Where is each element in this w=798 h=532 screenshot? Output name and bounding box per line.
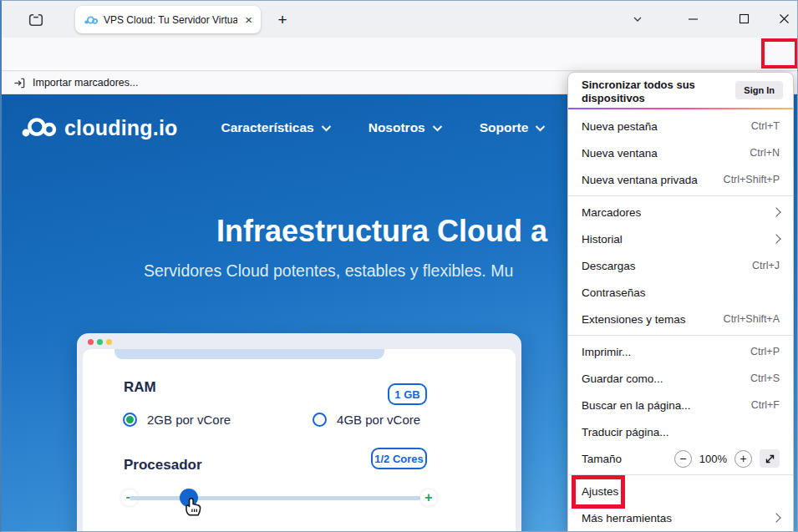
menu-item-label: Tamaño — [582, 453, 622, 465]
navigation-toolbar: clouding.io Sign in — [2, 38, 797, 71]
ram-section-label: RAM — [124, 379, 156, 396]
menu-item-extensiones-y-temas[interactable]: Extensiones y temas Ctrl+Shift+A — [568, 306, 793, 332]
clouding-logo-icon — [20, 115, 57, 140]
menu-item-shortcut: Ctrl+T — [751, 120, 780, 132]
radio-selected-icon — [123, 413, 137, 427]
menu-item-marcadores[interactable]: Marcadores — [568, 199, 793, 225]
hand-cursor-icon — [182, 494, 204, 517]
window-minimize-button[interactable] — [674, 1, 711, 36]
tab-title: VPS Cloud: Tu Servidor Virtual e — [104, 14, 237, 26]
nav-item-nosotros[interactable]: Nosotros — [369, 120, 443, 135]
nav-label: Nosotros — [369, 120, 425, 135]
ram-value-badge: 1 GB — [388, 383, 427, 405]
menu-item-descargas[interactable]: Descargas Ctrl+J — [568, 252, 793, 279]
site-logo[interactable]: clouding.io — [20, 115, 178, 140]
browser-window: VPS Cloud: Tu Servidor Virtual e × + — [0, 0, 798, 532]
firefox-view-icon[interactable] — [23, 8, 48, 32]
new-tab-button[interactable]: + — [271, 8, 294, 32]
import-bookmarks-button[interactable]: Importar marcadores... — [33, 77, 138, 89]
window-close-button[interactable] — [765, 1, 798, 36]
menu-item-label: Buscar en la página... — [582, 399, 691, 412]
menu-item-label: Nueva ventana privada — [582, 174, 698, 186]
nav-item-soporte[interactable]: Soporte — [480, 120, 546, 135]
menu-divider — [568, 195, 793, 196]
browser-tab[interactable]: VPS Cloud: Tu Servidor Virtual e × — [75, 6, 261, 33]
chevron-down-icon — [535, 124, 546, 132]
menu-item-imprimir[interactable]: Imprimir... Ctrl+P — [568, 338, 793, 365]
chevron-down-icon — [321, 124, 332, 132]
menu-item-shortcut: Ctrl+S — [750, 372, 780, 384]
cpu-section-label: Procesador — [124, 457, 202, 474]
menu-divider — [568, 335, 793, 336]
menu-item-guardar-como[interactable]: Guardar como... Ctrl+S — [568, 365, 793, 392]
slider-track[interactable] — [130, 496, 420, 500]
window-dot-red-icon — [88, 339, 94, 345]
menu-item-nueva-ventana[interactable]: Nueva ventana Ctrl+N — [568, 139, 793, 166]
menu-item-shortcut: Ctrl+N — [750, 147, 780, 159]
zoom-level[interactable]: 100% — [699, 453, 727, 465]
menu-item-label: Más herramientas — [582, 512, 672, 524]
configurator-panel: RAM 1 GB 2GB por vCore 4GB por vCore Pro… — [83, 349, 516, 532]
menu-item-label: Ajustes — [582, 485, 618, 498]
menu-item-label: Descargas — [582, 260, 636, 272]
radio-4gb-per-vcore[interactable]: 4GB por vCore — [313, 413, 420, 427]
menu-items: Nueva pestaña Ctrl+T Nueva ventana Ctrl+… — [568, 109, 793, 531]
nav-label: Soporte — [480, 120, 529, 135]
window-maximize-button[interactable] — [725, 1, 762, 36]
nav-item-caracteristicas[interactable]: Características — [221, 120, 332, 135]
tab-close-icon[interactable]: × — [243, 13, 254, 26]
fullscreen-button[interactable] — [760, 449, 780, 468]
radio-unselected-icon — [313, 413, 327, 427]
radio-2gb-per-vcore[interactable]: 2GB por vCore — [123, 413, 231, 427]
sync-title: Sincronizar todos sus dispositivos — [582, 79, 722, 106]
site-nav: Características Nosotros Soporte — [221, 120, 546, 135]
ram-options: 2GB por vCore 4GB por vCore — [123, 413, 420, 427]
menu-item-nueva-pestana[interactable]: Nueva pestaña Ctrl+T — [568, 113, 793, 139]
menu-item-tamano: Tamaño − 100% + — [568, 445, 793, 472]
chevron-right-icon — [771, 234, 780, 243]
menu-item-traducir-pagina[interactable]: Traducir página... — [568, 418, 793, 445]
menu-item-mas-herramientas[interactable]: Más herramientas — [568, 504, 793, 531]
menu-item-historial[interactable]: Historial — [568, 225, 793, 252]
menu-sync-row[interactable]: Sincronizar todos sus dispositivos Sign … — [568, 73, 793, 108]
cpu-slider[interactable]: − + — [121, 488, 437, 508]
menu-item-shortcut: Ctrl+Shift+P — [724, 174, 780, 185]
menu-sign-in-button[interactable]: Sign In — [735, 81, 783, 99]
chevron-right-icon — [771, 513, 780, 522]
menu-item-label: Nueva ventana — [582, 147, 658, 160]
window-dot-yellow-icon — [106, 339, 112, 345]
zoom-in-button[interactable]: + — [734, 450, 752, 468]
site-logo-text: clouding.io — [64, 116, 178, 140]
menu-item-shortcut: Ctrl+Shift+A — [724, 313, 780, 325]
menu-item-label: Marcadores — [582, 206, 641, 219]
menu-item-shortcut: Ctrl+P — [750, 346, 780, 357]
menu-item-contrasenas[interactable]: Contraseñas — [568, 279, 793, 306]
window-dot-green-icon — [97, 339, 103, 345]
menu-item-shortcut: Ctrl+J — [752, 260, 780, 271]
menu-divider — [568, 474, 793, 475]
hero-subtitle: Servidores Cloud potentes, estables y fl… — [144, 261, 513, 281]
menu-item-ajustes[interactable]: Ajustes — [568, 478, 793, 504]
tab-bar: VPS Cloud: Tu Servidor Virtual e × + — [2, 1, 797, 38]
zoom-out-button[interactable]: − — [674, 450, 692, 468]
menu-item-label: Traducir página... — [582, 426, 669, 438]
configurator-card: RAM 1 GB 2GB por vCore 4GB por vCore Pro… — [77, 333, 521, 532]
zoom-controls: − 100% + — [674, 449, 780, 468]
menu-item-label: Imprimir... — [582, 346, 631, 358]
menu-item-label: Guardar como... — [582, 372, 663, 385]
nav-label: Características — [221, 120, 314, 135]
firefox-app-menu: Sincronizar todos sus dispositivos Sign … — [567, 72, 794, 532]
radio-label: 2GB por vCore — [147, 413, 231, 427]
menu-item-label: Contraseñas — [582, 286, 646, 299]
radio-label: 4GB por vCore — [337, 413, 420, 427]
menu-item-buscar-en-la-pagina[interactable]: Buscar en la página... Ctrl+F — [568, 392, 793, 418]
chevron-right-icon — [771, 207, 780, 216]
list-tabs-chevron-icon[interactable] — [625, 8, 650, 31]
menu-item-label: Historial — [582, 233, 623, 246]
tab-favicon-cloud-icon — [84, 15, 98, 25]
fullscreen-diagonal-arrows-icon — [765, 453, 775, 464]
menu-item-label: Nueva pestaña — [582, 120, 658, 133]
menu-item-nueva-ventana-privada[interactable]: Nueva ventana privada Ctrl+Shift+P — [568, 166, 793, 193]
slider-increase-button[interactable]: + — [420, 489, 437, 506]
cpu-value-badge: 1/2 Cores — [371, 448, 427, 469]
